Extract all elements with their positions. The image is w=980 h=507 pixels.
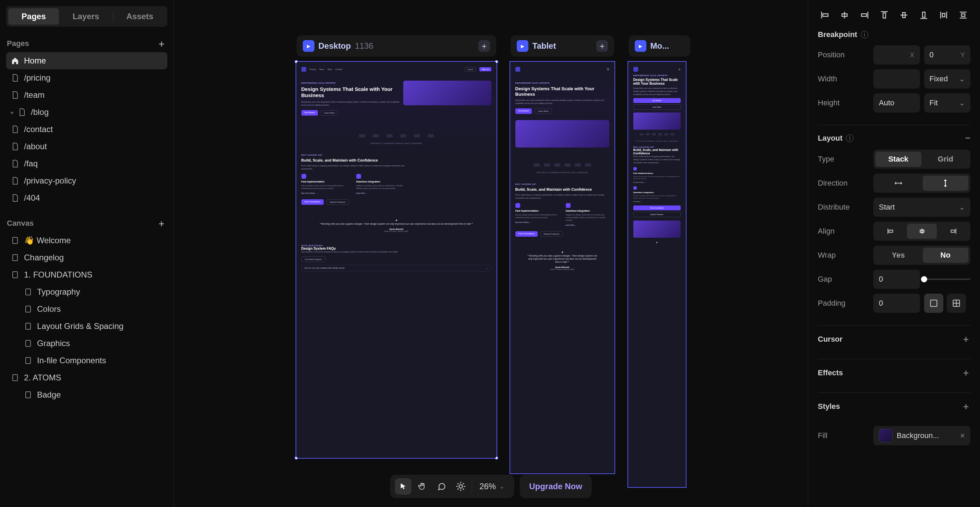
pages-tree: Home /pricing /team ▸ /blog /contact /ab… bbox=[6, 52, 167, 207]
svg-rect-9 bbox=[26, 392, 30, 398]
page-item-blog[interactable]: ▸ /blog bbox=[6, 104, 167, 121]
label-position: Position bbox=[818, 50, 869, 59]
gap-slider[interactable] bbox=[924, 279, 971, 280]
wrap-yes[interactable]: Yes bbox=[875, 248, 921, 263]
height-value-input[interactable]: Auto bbox=[873, 93, 920, 113]
frame-label[interactable]: ▶ Desktop 1136 ＋ bbox=[297, 35, 496, 57]
wrap-no[interactable]: No bbox=[923, 248, 969, 263]
align-end[interactable] bbox=[938, 224, 968, 239]
layout-type-stack[interactable]: Stack bbox=[875, 151, 921, 167]
canvas-item[interactable]: In-file Components bbox=[6, 352, 167, 369]
frame-mobile[interactable]: ▶ Mo... ≡ EMPOWERING SAAS GROWTH Design … bbox=[628, 62, 686, 487]
align-bottom-icon[interactable] bbox=[916, 8, 931, 22]
label-type: Type bbox=[818, 155, 869, 164]
remove-fill-button[interactable]: × bbox=[960, 431, 965, 440]
canvas-label: 2. ATOMS bbox=[24, 373, 61, 383]
align-center-v-icon[interactable] bbox=[897, 8, 912, 22]
play-icon[interactable]: ▶ bbox=[303, 40, 315, 52]
expand-caret-icon[interactable]: ▸ bbox=[11, 109, 14, 116]
add-style-button[interactable]: ＋ bbox=[961, 400, 970, 412]
layout-type-grid[interactable]: Grid bbox=[923, 151, 969, 167]
canvas-item[interactable]: 👋 Welcome bbox=[6, 232, 167, 249]
upgrade-button[interactable]: Upgrade Now bbox=[520, 475, 592, 498]
layout-type-toggle: Stack Grid bbox=[873, 150, 970, 169]
info-icon[interactable]: i bbox=[846, 134, 853, 142]
distribute-select[interactable]: Start bbox=[873, 198, 970, 217]
frame-desktop[interactable]: ▶ Desktop 1136 ＋ PricingTeamBlogContact … bbox=[296, 62, 496, 458]
tab-assets[interactable]: Assets bbox=[115, 8, 165, 25]
align-right-icon[interactable] bbox=[857, 8, 872, 22]
gap-input[interactable]: 0 bbox=[873, 269, 920, 289]
label-wrap: Wrap bbox=[818, 251, 869, 260]
distribute-h-icon[interactable] bbox=[937, 8, 951, 22]
page-item[interactable]: /team bbox=[6, 86, 167, 104]
canvas-label: Graphics bbox=[37, 339, 70, 348]
position-y-input[interactable]: 0Y bbox=[924, 45, 971, 64]
direction-vertical[interactable] bbox=[923, 175, 969, 191]
padding-mode-sides[interactable] bbox=[947, 293, 966, 313]
svg-line-18 bbox=[463, 483, 464, 484]
panel-tabs: Pages Layers Assets bbox=[6, 6, 167, 27]
height-mode-select[interactable]: Fit bbox=[924, 93, 971, 113]
direction-horizontal[interactable] bbox=[875, 175, 921, 191]
page-icon bbox=[11, 194, 19, 202]
canvas-item[interactable]: Layout Grids & Spacing bbox=[6, 318, 167, 335]
canvas-item[interactable]: Changelog bbox=[6, 249, 167, 266]
align-start[interactable] bbox=[875, 224, 905, 239]
page-item[interactable]: /pricing bbox=[6, 69, 167, 86]
frame-name: Mo... bbox=[651, 41, 669, 51]
page-icon bbox=[18, 108, 26, 116]
width-value-input[interactable] bbox=[873, 69, 920, 89]
canvas-item[interactable]: 2. ATOMS bbox=[6, 369, 167, 386]
canvas-item[interactable]: Typography bbox=[6, 283, 167, 300]
align-top-icon[interactable] bbox=[877, 8, 891, 22]
zoom-level[interactable]: 26% ⌄ bbox=[474, 481, 509, 491]
info-icon[interactable]: i bbox=[861, 31, 868, 38]
page-item[interactable]: /privacy-policy bbox=[6, 172, 167, 189]
canvas-tree: 👋 Welcome Changelog 1. FOUNDATIONS Typog… bbox=[6, 232, 167, 403]
svg-line-16 bbox=[463, 489, 464, 489]
fill-value[interactable]: Backgroun... × bbox=[873, 426, 970, 445]
add-effect-button[interactable]: ＋ bbox=[961, 367, 970, 379]
add-breakpoint-button[interactable]: ＋ bbox=[478, 40, 490, 52]
remove-layout-button[interactable]: − bbox=[965, 133, 970, 143]
play-icon[interactable]: ▶ bbox=[635, 40, 646, 52]
fill-swatch[interactable] bbox=[879, 429, 892, 443]
canvas-item[interactable]: 1. FOUNDATIONS bbox=[6, 266, 167, 283]
position-x-input[interactable]: X bbox=[873, 45, 920, 64]
play-icon[interactable]: ▶ bbox=[517, 40, 528, 52]
frame-tablet[interactable]: ▶ Tablet ＋ ≡ EMPOWERING SAAS GROWTH Desi… bbox=[510, 62, 614, 474]
distribute-v-icon[interactable] bbox=[956, 8, 970, 22]
canvas-item[interactable]: Badge bbox=[6, 386, 167, 403]
canvas-label: Layout Grids & Spacing bbox=[37, 321, 123, 331]
page-item-home[interactable]: Home bbox=[6, 52, 167, 69]
page-item[interactable]: /faq bbox=[6, 155, 167, 172]
add-breakpoint-button[interactable]: ＋ bbox=[596, 40, 608, 52]
align-center-h-icon[interactable] bbox=[838, 8, 852, 22]
add-canvas-button[interactable]: ＋ bbox=[156, 218, 167, 228]
canvas-toolbar: 26% ⌄ Upgrade Now bbox=[390, 475, 592, 498]
theme-toggle[interactable] bbox=[452, 478, 469, 495]
tab-layers[interactable]: Layers bbox=[60, 8, 111, 25]
canvas-item[interactable]: Colors bbox=[6, 300, 167, 318]
canvas-item[interactable]: Graphics bbox=[6, 335, 167, 352]
svg-rect-7 bbox=[26, 357, 30, 364]
hand-tool[interactable] bbox=[414, 478, 430, 495]
padding-input[interactable]: 0 bbox=[873, 293, 920, 313]
align-left-icon[interactable] bbox=[818, 8, 832, 22]
page-item[interactable]: /about bbox=[6, 138, 167, 155]
comment-tool[interactable] bbox=[433, 478, 450, 495]
width-mode-select[interactable]: Fixed bbox=[924, 69, 971, 89]
page-item[interactable]: /contact bbox=[6, 121, 167, 138]
select-tool[interactable] bbox=[395, 478, 411, 495]
canvas[interactable]: ▶ Desktop 1136 ＋ PricingTeamBlogContact … bbox=[174, 0, 808, 507]
add-cursor-button[interactable]: ＋ bbox=[961, 333, 970, 345]
padding-mode-uniform[interactable] bbox=[924, 293, 943, 313]
tab-pages[interactable]: Pages bbox=[8, 8, 59, 25]
svg-rect-1 bbox=[13, 255, 18, 261]
add-page-button[interactable]: ＋ bbox=[156, 38, 167, 49]
frame-label[interactable]: ▶ Mo... bbox=[628, 35, 690, 57]
page-item[interactable]: /404 bbox=[6, 189, 167, 207]
frame-label[interactable]: ▶ Tablet ＋ bbox=[511, 35, 614, 57]
align-center[interactable] bbox=[907, 224, 937, 239]
